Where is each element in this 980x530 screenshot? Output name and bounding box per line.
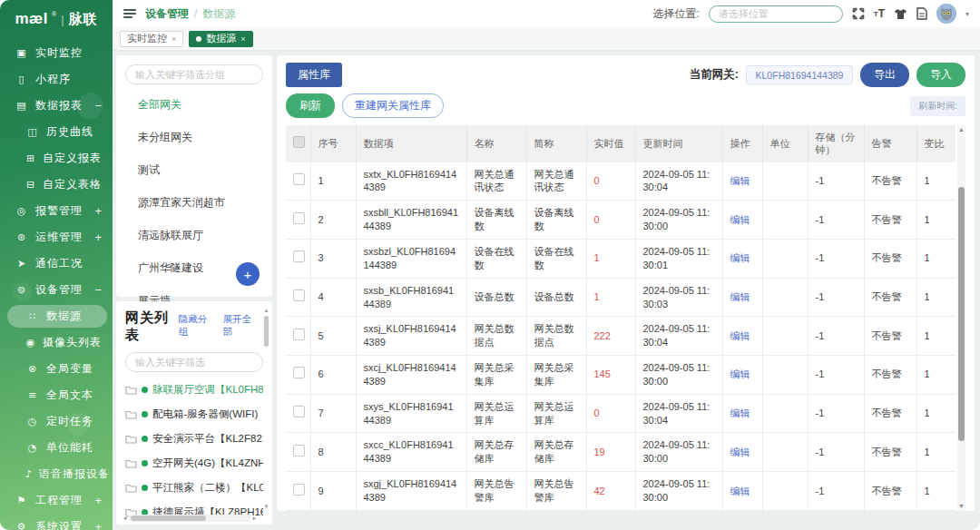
row-checkbox-cell bbox=[286, 394, 310, 433]
row-checkbox[interactable] bbox=[293, 367, 305, 378]
font-size-icon[interactable]: TT bbox=[874, 7, 885, 20]
gateway-item[interactable]: 配电箱-服务器侧(WIFI)【KLR06N16 bbox=[125, 402, 263, 427]
sidebar-item-custom-table[interactable]: ⊟自定义表格 bbox=[0, 172, 113, 198]
expand-all-link[interactable]: 展开全部 bbox=[222, 313, 258, 339]
row-checkbox[interactable] bbox=[293, 445, 305, 456]
location-input[interactable] bbox=[709, 5, 843, 23]
group-item[interactable]: 全部网关 bbox=[125, 88, 263, 121]
sidebar-item-global-text[interactable]: ≡全局文本 bbox=[0, 382, 113, 408]
sidebar-item-camera[interactable]: ◉摄像头列表 bbox=[0, 329, 113, 356]
breadcrumb-parent[interactable]: 设备管理 bbox=[145, 6, 189, 22]
sidebar-item-device-manage[interactable]: ⊜设备管理− bbox=[0, 277, 113, 303]
scroll-up-icon[interactable]: ▲ bbox=[958, 125, 965, 134]
online-dot-icon bbox=[142, 460, 148, 466]
row-checkbox-cell bbox=[286, 472, 310, 511]
gateway-horizontal-scrollbar[interactable]: ◂ ▸ bbox=[123, 514, 256, 522]
vscroll-thumb[interactable] bbox=[264, 316, 269, 347]
edit-link[interactable]: 编辑 bbox=[730, 407, 750, 418]
table-header-checkbox-cell bbox=[286, 125, 310, 162]
group-item[interactable]: 未分组网关 bbox=[125, 121, 263, 153]
row-checkbox[interactable] bbox=[293, 329, 305, 340]
cell-unit bbox=[762, 162, 808, 201]
edit-link[interactable]: 编辑 bbox=[730, 175, 750, 186]
tab-realtime-monitor[interactable]: 实时监控 × bbox=[120, 31, 183, 47]
import-button[interactable]: 导入 bbox=[916, 63, 965, 87]
hscroll-thumb[interactable] bbox=[131, 515, 207, 521]
sidebar-item-timer-task[interactable]: ◷定时任务 bbox=[0, 408, 113, 435]
row-checkbox[interactable] bbox=[293, 484, 305, 496]
scroll-down-icon[interactable]: ▼ bbox=[958, 502, 965, 511]
cell-update-time: 2024-09-05 11:30:04 bbox=[635, 317, 722, 356]
group-item[interactable]: 源潭宜家天润超市 bbox=[125, 186, 263, 219]
refresh-button[interactable]: 刷新 bbox=[286, 93, 335, 118]
sidebar-item-datasource[interactable]: ∷数据源 bbox=[0, 303, 113, 329]
tab-close-icon[interactable]: × bbox=[172, 34, 176, 44]
edit-link[interactable]: 编辑 bbox=[730, 252, 750, 263]
export-button[interactable]: 导出 bbox=[860, 63, 909, 87]
sidebar-item-global-variable[interactable]: ⊗全局变量 bbox=[0, 356, 113, 382]
edit-link[interactable]: 编辑 bbox=[730, 214, 750, 225]
gateway-item[interactable]: 空开网关(4G)【KL4ZNH1698904980 bbox=[125, 451, 263, 476]
row-checkbox[interactable] bbox=[293, 290, 305, 301]
row-checkbox[interactable] bbox=[293, 212, 305, 224]
expand-icon[interactable]: + bbox=[94, 520, 102, 530]
scroll-up-icon[interactable]: ▴ bbox=[265, 307, 269, 314]
group-item[interactable]: 测试 bbox=[125, 153, 263, 186]
sidebar-item-monitor[interactable]: ▣实时监控 bbox=[0, 40, 113, 66]
edit-link[interactable]: 编辑 bbox=[730, 368, 750, 379]
edit-link[interactable]: 编辑 bbox=[730, 486, 750, 496]
edit-link[interactable]: 编辑 bbox=[730, 330, 750, 341]
select-all-checkbox[interactable] bbox=[293, 136, 305, 148]
edit-link[interactable]: 编辑 bbox=[730, 447, 750, 457]
gateway-item[interactable]: 安全演示平台【KL2F82169414566 bbox=[125, 427, 263, 451]
scroll-down-icon[interactable]: ▾ bbox=[265, 503, 269, 510]
sidebar-item-energy[interactable]: ◔单位能耗 bbox=[0, 435, 113, 461]
sidebar-item-custom-report[interactable]: ⊞自定义报表 bbox=[0, 145, 113, 172]
group-item[interactable]: 清远脉联展厅 bbox=[125, 219, 263, 251]
tab-datasource[interactable]: 数据源 × bbox=[189, 31, 252, 47]
scroll-left-icon[interactable]: ◂ bbox=[123, 515, 127, 522]
sidebar-item-history-curve[interactable]: ◫历史曲线 bbox=[0, 119, 113, 145]
row-checkbox[interactable] bbox=[293, 250, 305, 262]
sidebar-item-voice-device[interactable]: ♪语音播报设备 bbox=[0, 461, 113, 487]
cell-storage: -1 bbox=[808, 317, 864, 356]
scroll-right-icon[interactable]: ▸ bbox=[252, 515, 256, 522]
gateway-vertical-scrollbar[interactable]: ▴ ▾ bbox=[262, 307, 270, 510]
tab-close-icon[interactable]: × bbox=[240, 34, 245, 44]
fullscreen-icon[interactable] bbox=[852, 7, 865, 20]
sidebar-item-alarm[interactable]: ◎报警管理+ bbox=[0, 198, 113, 224]
gateway-item[interactable]: 平江熊家（二楼）【KL0F8J1673506 bbox=[125, 476, 263, 500]
theme-shirt-icon[interactable] bbox=[894, 8, 907, 20]
hide-groups-link[interactable]: 隐藏分组 bbox=[179, 313, 214, 339]
gateway-item[interactable]: 脉联展厅空调【KL0FH81694144389 bbox=[125, 378, 263, 402]
user-avatar[interactable] bbox=[936, 4, 956, 24]
table-vscroll-thumb[interactable] bbox=[958, 187, 965, 441]
table-vertical-scrollbar[interactable]: ▲ ▼ bbox=[957, 125, 965, 511]
menu-toggle-icon[interactable] bbox=[123, 9, 136, 18]
row-checkbox[interactable] bbox=[293, 406, 305, 417]
collapse-icon[interactable]: − bbox=[94, 99, 102, 113]
collapse-icon[interactable]: − bbox=[94, 283, 102, 297]
expand-icon[interactable]: + bbox=[94, 231, 102, 244]
gateway-search-input[interactable] bbox=[125, 352, 263, 372]
sidebar-item-ops[interactable]: ⊛运维管理+ bbox=[0, 224, 113, 250]
sidebar-item-label: 摄像头列表 bbox=[43, 335, 102, 350]
document-icon[interactable] bbox=[916, 7, 927, 20]
expand-icon[interactable]: + bbox=[94, 494, 102, 507]
attribute-library-button[interactable]: 属性库 bbox=[286, 63, 342, 87]
row-checkbox[interactable] bbox=[293, 173, 305, 185]
cell-storage: -1 bbox=[808, 162, 864, 201]
expand-icon[interactable]: + bbox=[94, 204, 102, 218]
sidebar-item-report[interactable]: ▤数据报表− bbox=[0, 93, 113, 119]
current-gateway-input[interactable] bbox=[746, 65, 853, 84]
sidebar-item-project[interactable]: ⚑工程管理+ bbox=[0, 487, 113, 514]
cell-data-item: sxsbll_KL0FH81694144389 bbox=[356, 201, 466, 240]
edit-link[interactable]: 编辑 bbox=[730, 291, 750, 302]
sidebar-item-comm[interactable]: ➤通信工况 bbox=[0, 250, 113, 277]
avatar-dropdown-icon[interactable]: ▾ bbox=[965, 10, 969, 18]
rebuild-gateway-attr-button[interactable]: 重建网关属性库 bbox=[342, 93, 444, 118]
sidebar-item-settings[interactable]: ⚙系统设置+ bbox=[0, 514, 113, 530]
add-group-button[interactable]: + bbox=[236, 262, 260, 286]
sidebar-item-miniapp[interactable]: ▯小程序 bbox=[0, 66, 113, 93]
group-search-input[interactable] bbox=[125, 64, 263, 84]
